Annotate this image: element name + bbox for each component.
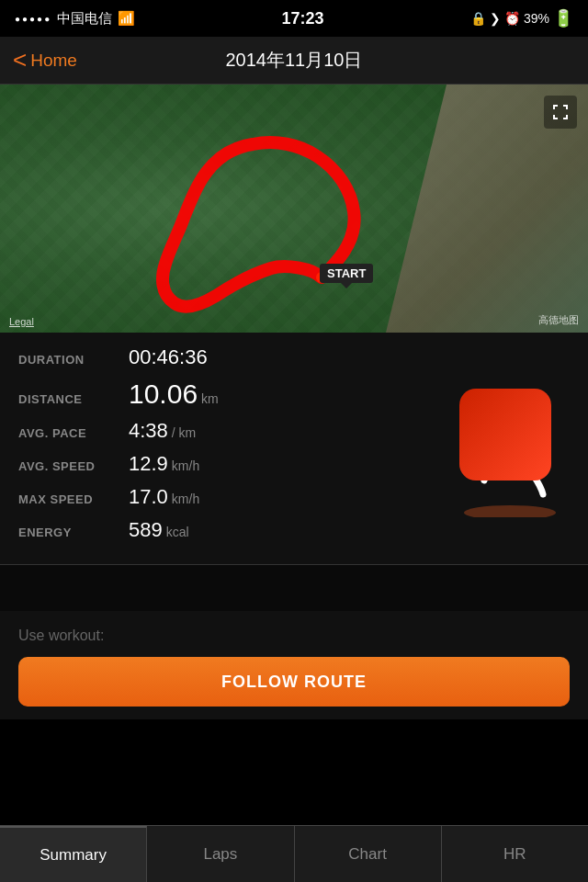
wifi-icon: 📶 [118, 10, 135, 27]
location-icon: ❯ [490, 11, 501, 26]
tab-laps-label: Laps [203, 845, 237, 864]
map-watermark: 高德地图 [538, 313, 579, 327]
stat-row-duration: DURATION 00:46:36 [18, 345, 404, 369]
tab-bar: Summary Laps Chart HR [0, 825, 588, 882]
distance-value: 10.06 [129, 379, 198, 410]
tab-laps[interactable]: Laps [147, 826, 294, 882]
tab-hr-label: HR [503, 845, 526, 864]
tab-summary-label: Summary [40, 846, 107, 865]
status-right: 🔒 ❯ ⏰ 39% 🔋 [470, 8, 573, 28]
max-speed-value: 17.0 [129, 485, 168, 509]
signal-dots: ●●●●● [15, 14, 51, 24]
max-speed-label: MAX SPEED [18, 492, 129, 506]
stats-section: DURATION 00:46:36 DISTANCE 10.06 km AVG.… [0, 333, 588, 564]
avg-pace-unit: / km [172, 425, 196, 440]
tab-hr[interactable]: HR [442, 826, 588, 882]
alarm-icon: ⏰ [504, 11, 520, 26]
dark-spacer [0, 565, 588, 611]
stat-row-avg-speed: AVG. SPEED 12.9 km/h [18, 452, 404, 476]
tab-summary[interactable]: Summary [0, 826, 147, 882]
status-time: 17:23 [282, 9, 324, 28]
distance-unit: km [201, 391, 219, 406]
stats-list: DURATION 00:46:36 DISTANCE 10.06 km AVG.… [0, 333, 423, 564]
status-left: ●●●●● 中国电信 📶 [15, 10, 135, 28]
runner-icon-area [423, 333, 588, 564]
runner-icon [441, 379, 570, 517]
carrier-label: 中国电信 [57, 10, 112, 28]
avg-speed-unit: km/h [172, 458, 199, 473]
expand-button[interactable] [544, 96, 577, 129]
energy-label: ENERGY [18, 526, 129, 539]
stat-row-max-speed: MAX SPEED 17.0 km/h [18, 485, 404, 509]
max-speed-unit: km/h [172, 492, 199, 506]
stat-row-distance: DISTANCE 10.06 km [18, 379, 404, 410]
tab-chart[interactable]: Chart [295, 826, 442, 882]
avg-pace-value: 4:38 [129, 419, 168, 443]
stat-row-avg-pace: AVG. PACE 4:38 / km [18, 419, 404, 443]
runner-bg [459, 389, 551, 481]
energy-unit: kcal [166, 525, 189, 539]
nav-bar: < Home 2014年11月10日 [0, 37, 588, 85]
svg-point-2 [464, 505, 556, 517]
follow-route-button[interactable]: FOLLOW ROUTE [18, 657, 570, 707]
back-label: Home [30, 51, 77, 71]
avg-speed-label: AVG. SPEED [18, 459, 129, 473]
chevron-left-icon: < [13, 48, 27, 72]
workout-label: Use workout: [18, 628, 570, 644]
legal-link[interactable]: Legal [9, 316, 34, 327]
status-bar: ●●●●● 中国电信 📶 17:23 🔒 ❯ ⏰ 39% 🔋 [0, 0, 588, 37]
tab-chart-label: Chart [348, 845, 387, 864]
energy-value: 589 [129, 518, 163, 542]
start-label: START [320, 264, 373, 283]
lock-icon: 🔒 [470, 11, 486, 26]
avg-speed-value: 12.9 [129, 452, 168, 476]
battery-text: 39% [524, 11, 549, 26]
page-title: 2014年11月10日 [226, 48, 363, 73]
distance-label: DISTANCE [18, 392, 129, 406]
map-container: START Legal 高德地图 [0, 85, 588, 333]
map-background: START Legal 高德地图 [0, 85, 588, 333]
workout-section: Use workout: FOLLOW ROUTE [0, 611, 588, 719]
back-button[interactable]: < Home [13, 50, 77, 72]
stat-row-energy: ENERGY 589 kcal [18, 518, 404, 542]
route-overlay [0, 85, 588, 333]
avg-pace-label: AVG. PACE [18, 426, 129, 440]
battery-icon: 🔋 [553, 8, 573, 28]
duration-value: 00:46:36 [129, 345, 208, 369]
duration-label: DURATION [18, 353, 129, 367]
